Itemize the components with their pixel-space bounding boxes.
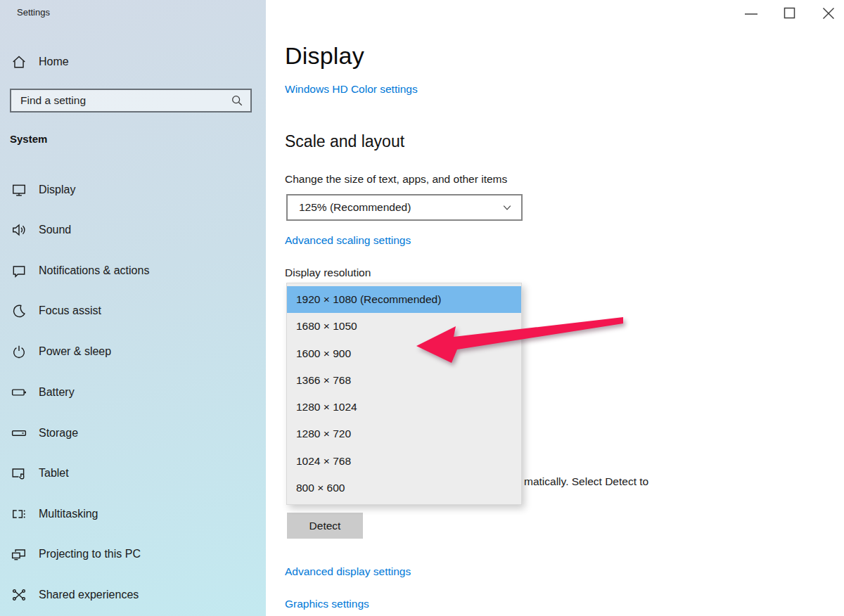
sidebar-item-battery[interactable]: Battery <box>0 379 266 406</box>
sidebar-item-label: Battery <box>39 386 75 399</box>
resolution-option[interactable]: 1680 × 1050 <box>287 313 521 340</box>
search-box[interactable] <box>10 89 252 113</box>
page-title: Display <box>285 42 364 70</box>
resolution-option[interactable]: 800 × 600 <box>287 475 521 501</box>
sidebar-item-power-sleep[interactable]: Power & sleep <box>0 338 266 365</box>
chevron-down-icon <box>501 202 513 213</box>
scale-size-label: Change the size of text, apps, and other… <box>285 173 507 186</box>
graphics-settings-link[interactable]: Graphics settings <box>285 598 369 610</box>
sidebar-item-label: Home <box>39 56 69 68</box>
app-title: Settings <box>17 7 50 18</box>
close-icon <box>821 6 836 21</box>
sidebar-item-label: Display <box>39 184 75 196</box>
resolution-dropdown: 1920 × 1080 (Recommended) 1680 × 1050 16… <box>286 283 522 505</box>
resolution-option[interactable]: 1600 × 900 <box>287 340 521 367</box>
resolution-option[interactable]: 1920 × 1080 (Recommended) <box>287 286 521 313</box>
sidebar-item-multitasking[interactable]: Multitasking <box>0 501 266 527</box>
minimize-button[interactable] <box>741 4 762 23</box>
resolution-option[interactable]: 1366 × 768 <box>287 367 521 394</box>
sidebar-item-label: Focus assist <box>39 304 101 317</box>
maximize-button[interactable] <box>779 4 800 23</box>
resolution-label: Display resolution <box>285 267 371 279</box>
power-icon <box>11 344 27 359</box>
minimize-icon <box>743 6 759 21</box>
detect-button[interactable]: Detect <box>287 513 363 539</box>
sidebar-item-label: Power & sleep <box>39 345 111 358</box>
search-icon <box>231 94 243 107</box>
sidebar-item-label: Notifications & actions <box>39 264 149 277</box>
advanced-display-settings-link[interactable]: Advanced display settings <box>285 565 411 578</box>
sidebar-item-label: Multitasking <box>39 508 98 520</box>
sidebar-item-storage[interactable]: Storage <box>0 420 266 447</box>
shared-experiences-icon <box>11 587 27 603</box>
home-icon <box>11 54 27 70</box>
storage-icon <box>11 425 27 441</box>
sidebar-item-label: Storage <box>39 427 78 439</box>
sidebar-item-shared-experiences[interactable]: Shared experiences <box>0 582 266 608</box>
resolution-option[interactable]: 1280 × 720 <box>287 421 521 447</box>
hd-color-settings-link[interactable]: Windows HD Color settings <box>285 83 418 96</box>
projecting-icon <box>11 546 27 562</box>
multitasking-icon <box>11 506 27 522</box>
search-input[interactable] <box>20 94 231 107</box>
sound-icon <box>11 222 27 238</box>
section-header-system: System <box>10 133 47 145</box>
tablet-icon <box>11 466 27 481</box>
advanced-scaling-link[interactable]: Advanced scaling settings <box>285 234 411 247</box>
sidebar-item-display[interactable]: Display <box>0 177 266 203</box>
notifications-icon <box>11 263 27 278</box>
main-content: Display Windows HD Color settings Scale … <box>266 0 844 616</box>
maximize-icon <box>782 6 798 21</box>
scale-dropdown[interactable]: 125% (Recommended) <box>286 194 523 221</box>
sidebar-item-label: Tablet <box>39 467 69 480</box>
close-button[interactable] <box>818 4 839 23</box>
focus-assist-icon <box>11 303 27 319</box>
resolution-option[interactable]: 1280 × 1024 <box>287 394 521 421</box>
sidebar-item-sound[interactable]: Sound <box>0 217 266 243</box>
sidebar-item-focus-assist[interactable]: Focus assist <box>0 297 266 324</box>
display-icon <box>11 182 27 198</box>
battery-icon <box>11 385 27 400</box>
sidebar-item-label: Projecting to this PC <box>39 548 141 560</box>
sidebar-item-home[interactable]: Home <box>0 49 266 75</box>
sidebar-item-projecting[interactable]: Projecting to this PC <box>0 541 266 567</box>
clipped-paragraph-text: matically. Select Detect to <box>524 475 648 488</box>
sidebar-item-label: Sound <box>39 224 71 236</box>
scale-layout-heading: Scale and layout <box>285 132 404 151</box>
settings-window: Settings Home System Display <box>0 0 844 616</box>
sidebar-item-label: Shared experiences <box>39 589 139 601</box>
sidebar-item-tablet[interactable]: Tablet <box>0 460 266 487</box>
sidebar-item-notifications[interactable]: Notifications & actions <box>0 257 266 284</box>
sidebar: Settings Home System Display <box>0 0 266 616</box>
scale-dropdown-value: 125% (Recommended) <box>299 201 411 214</box>
resolution-option[interactable]: 1024 × 768 <box>287 448 521 475</box>
